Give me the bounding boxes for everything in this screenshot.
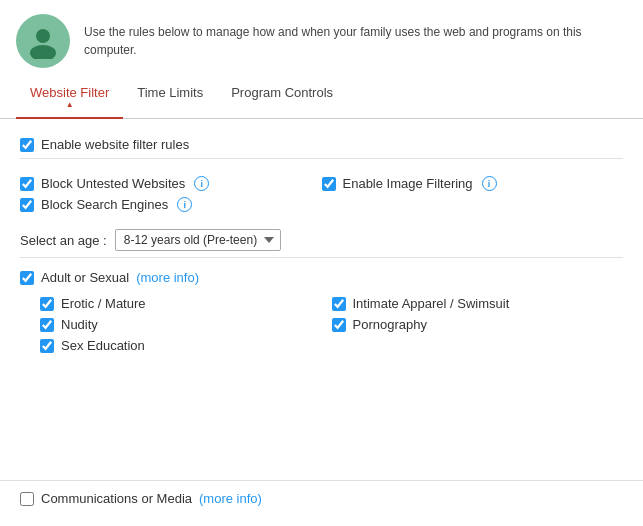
enable-image-label: Enable Image Filtering — [343, 176, 473, 191]
filter-options-section: Block Untested Websites i Block Search E… — [20, 167, 623, 221]
pornography-checkbox[interactable] — [332, 318, 346, 332]
communications-label: Communications or Media — [41, 491, 192, 506]
enable-image-row: Enable Image Filtering i — [322, 173, 624, 194]
adult-sexual-label: Adult or Sexual — [41, 270, 129, 285]
nudity-row: Nudity — [40, 314, 332, 335]
sex-education-checkbox[interactable] — [40, 339, 54, 353]
adult-sexual-subcategories: Erotic / Mature Nudity Sex Education Int… — [20, 291, 623, 356]
erotic-mature-row: Erotic / Mature — [40, 293, 332, 314]
enable-image-info-icon[interactable]: i — [482, 176, 497, 191]
block-search-label: Block Search Engines — [41, 197, 168, 212]
block-search-info-icon[interactable]: i — [177, 197, 192, 212]
svg-point-1 — [30, 45, 56, 59]
svg-point-0 — [36, 29, 50, 43]
enable-filter-row: Enable website filter rules — [20, 129, 623, 159]
erotic-mature-label: Erotic / Mature — [61, 296, 146, 311]
block-untested-row: Block Untested Websites i — [20, 173, 322, 194]
header: Use the rules below to manage how and wh… — [0, 0, 643, 78]
col-left-options: Block Untested Websites i Block Search E… — [20, 173, 322, 215]
communications-more-info[interactable]: (more info) — [199, 491, 262, 506]
header-description: Use the rules below to manage how and wh… — [84, 23, 604, 59]
erotic-mature-checkbox[interactable] — [40, 297, 54, 311]
pornography-row: Pornography — [332, 314, 624, 335]
communications-row: Communications or Media (more info) — [20, 491, 623, 506]
sex-education-row: Sex Education — [40, 335, 332, 356]
intimate-apparel-label: Intimate Apparel / Swimsuit — [353, 296, 510, 311]
tabs-bar: Website Filter ▲ Time Limits Program Con… — [0, 78, 643, 119]
block-untested-label: Block Untested Websites — [41, 176, 185, 191]
adult-sexual-more-info[interactable]: (more info) — [136, 270, 199, 285]
tab-time-limits[interactable]: Time Limits — [123, 78, 217, 119]
age-select-dropdown[interactable]: Under 8 years old (Child) 8-12 years old… — [115, 229, 281, 251]
enable-filter-checkbox[interactable] — [20, 138, 34, 152]
communications-checkbox[interactable] — [20, 492, 34, 506]
sex-education-label: Sex Education — [61, 338, 145, 353]
col-right-options: Enable Image Filtering i — [322, 173, 624, 215]
nudity-label: Nudity — [61, 317, 98, 332]
avatar — [16, 14, 70, 68]
age-selector-row: Select an age : Under 8 years old (Child… — [20, 221, 623, 258]
adult-sexual-header: Adult or Sexual (more info) — [20, 266, 623, 291]
enable-filter-label: Enable website filter rules — [41, 137, 189, 152]
tab-website-filter[interactable]: Website Filter ▲ — [16, 78, 123, 119]
subcategories-col-left: Erotic / Mature Nudity Sex Education — [40, 293, 332, 356]
intimate-apparel-row: Intimate Apparel / Swimsuit — [332, 293, 624, 314]
intimate-apparel-checkbox[interactable] — [332, 297, 346, 311]
block-search-row: Block Search Engines i — [20, 194, 322, 215]
pornography-label: Pornography — [353, 317, 427, 332]
tab-program-controls[interactable]: Program Controls — [217, 78, 347, 119]
age-selector-label: Select an age : — [20, 233, 107, 248]
subcategories-col-right: Intimate Apparel / Swimsuit Pornography — [332, 293, 624, 356]
bottom-section: Communications or Media (more info) — [0, 480, 643, 516]
enable-image-checkbox[interactable] — [322, 177, 336, 191]
nudity-checkbox[interactable] — [40, 318, 54, 332]
adult-sexual-section: Adult or Sexual (more info) Erotic / Mat… — [20, 266, 623, 356]
block-untested-checkbox[interactable] — [20, 177, 34, 191]
block-untested-info-icon[interactable]: i — [194, 176, 209, 191]
block-search-checkbox[interactable] — [20, 198, 34, 212]
options-row-1: Block Untested Websites i Block Search E… — [20, 173, 623, 215]
main-content: Enable website filter rules Block Untest… — [0, 119, 643, 366]
adult-sexual-checkbox[interactable] — [20, 271, 34, 285]
